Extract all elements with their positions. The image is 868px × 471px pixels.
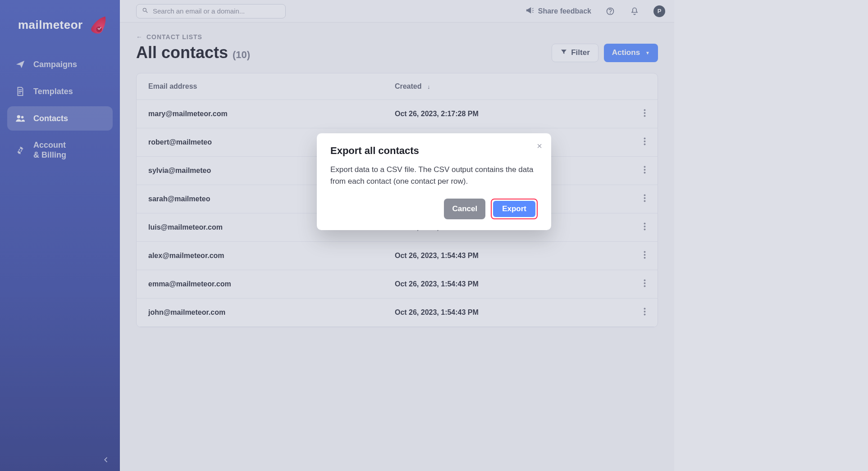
- export-button-highlight: Export: [491, 199, 538, 219]
- export-modal: × Export all contacts Export data to a C…: [317, 133, 551, 230]
- export-button[interactable]: Export: [493, 201, 535, 217]
- close-icon[interactable]: ×: [537, 141, 542, 150]
- modal-overlay[interactable]: × Export all contacts Export data to a C…: [0, 0, 868, 471]
- cancel-button[interactable]: Cancel: [444, 199, 485, 219]
- modal-title: Export all contacts: [330, 145, 538, 157]
- modal-body: Export data to a CSV file. The CSV outpu…: [330, 164, 538, 188]
- modal-actions: Cancel Export: [330, 199, 538, 219]
